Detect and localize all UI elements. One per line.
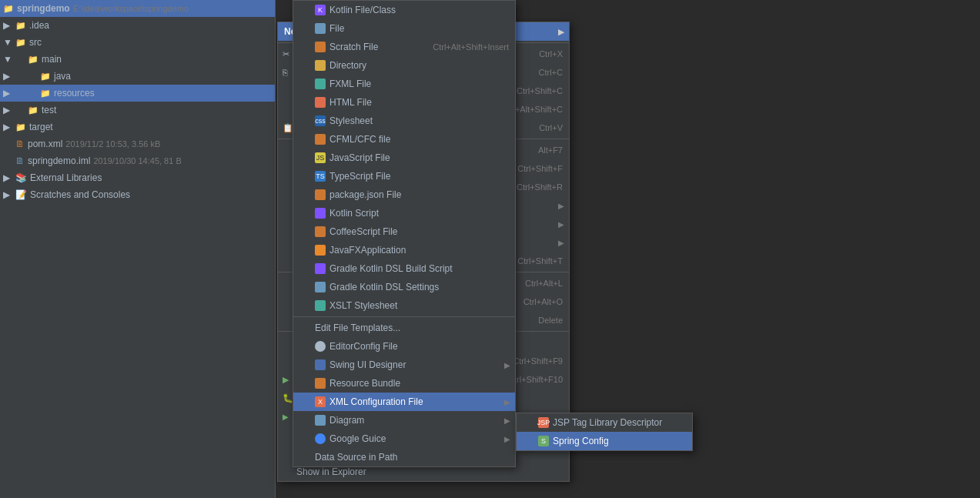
new-fxml[interactable]: FXML File — [293, 75, 515, 93]
shortcut: Delete — [538, 316, 563, 325]
tree-meta: 2019/10/30 14:45, 81 B — [93, 156, 181, 165]
iml-icon: 🗎 — [15, 155, 25, 166]
new-coffeescript[interactable]: CoffeeScript File — [293, 222, 515, 241]
tree-iml[interactable]: 🗎 springdemo.iml 2019/10/30 14:45, 81 B — [0, 152, 275, 169]
new-directory[interactable]: Directory — [293, 56, 515, 75]
new-packagejson[interactable]: package.json File — [293, 185, 515, 204]
coverage-icon: ▶ — [283, 413, 289, 421]
bundle-icon — [315, 378, 326, 389]
new-data-source[interactable]: Data Source in Path — [293, 448, 515, 466]
shortcut: Ctrl+Shift+R — [517, 182, 563, 192]
js-icon: JS — [315, 152, 326, 163]
new-google-guice[interactable]: Google Guice — [293, 429, 515, 448]
shortcut: Ctrl+Shift+F — [517, 164, 563, 173]
shortcut: Ctrl+Shift+C — [517, 86, 563, 95]
new-swing-ui[interactable]: Swing UI Designer — [293, 356, 515, 374]
new-typescript[interactable]: TS TypeScript File — [293, 167, 515, 185]
scratch-icon: 📝 — [15, 189, 27, 200]
run-icon: ▶ — [283, 375, 289, 385]
tree-label: test — [42, 105, 56, 115]
project-root[interactable]: 📁 springdemo E:\idea\workspace\springdem… — [0, 0, 275, 17]
menu-label: CFML/CFC file — [329, 134, 390, 145]
menu-label: CoffeeScript File — [329, 226, 397, 237]
menu-label: TypeScript File — [329, 171, 390, 182]
new-diagram[interactable]: Diagram — [293, 411, 515, 429]
tree-arrow: ▼ — [3, 54, 28, 65]
tree-pom[interactable]: 🗎 pom.xml 2019/11/2 10:53, 3.56 kB — [0, 135, 275, 152]
menu-label: XML Configuration File — [329, 396, 423, 407]
folder-icon: 📁 — [40, 89, 51, 99]
new-scratch-file[interactable]: Scratch File Ctrl+Alt+Shift+Insert — [293, 38, 515, 56]
tree-resources[interactable]: ▶ 📁 resources — [0, 85, 275, 102]
new-xslt[interactable]: XSLT Stylesheet — [293, 296, 515, 315]
new-javafx[interactable]: JavaFXApplication — [293, 241, 515, 259]
tree-label: Scratches and Consoles — [30, 189, 130, 200]
xml-submenu: JSP JSP Tag Library Descriptor S Spring … — [516, 413, 693, 451]
cfml-icon — [315, 134, 326, 145]
menu-label: EditorConfig File — [329, 341, 398, 352]
shortcut: Alt+F7 — [538, 145, 563, 155]
menu-label: Show in Explorer — [296, 466, 366, 477]
menu-separator-new-1 — [293, 316, 515, 317]
folder-icon: 📁 — [15, 38, 26, 48]
tree-label: target — [29, 122, 53, 132]
menu-label: JSP Tag Library Descriptor — [553, 417, 662, 428]
tree-src[interactable]: ▼ 📁 src — [0, 34, 275, 51]
new-gradle-settings[interactable]: Gradle Kotlin DSL Settings — [293, 278, 515, 296]
project-panel: 📁 springdemo E:\idea\workspace\springdem… — [0, 0, 276, 498]
menu-label: File — [329, 23, 344, 34]
new-javascript[interactable]: JS JavaScript File — [293, 149, 515, 167]
shortcut: Ctrl+Shift+F9 — [513, 356, 563, 366]
tree-label: src — [29, 37, 42, 48]
tree-idea[interactable]: ▶ 📁 .idea — [0, 17, 275, 34]
new-gradle-build[interactable]: Gradle Kotlin DSL Build Script — [293, 259, 515, 278]
kts-icon — [315, 208, 326, 219]
xml-jsp-tag[interactable]: JSP JSP Tag Library Descriptor — [517, 413, 692, 432]
project-name: springdemo — [17, 3, 70, 14]
tree-label: External Libraries — [30, 172, 102, 183]
new-cfml[interactable]: CFML/CFC file — [293, 130, 515, 149]
menu-label: Resource Bundle — [329, 378, 400, 389]
menu-label: Swing UI Designer — [329, 359, 406, 370]
tree-label: .idea — [29, 20, 49, 31]
project-folder-icon: 📁 — [3, 4, 14, 14]
ts-icon: TS — [315, 171, 326, 182]
shortcut: Ctrl+X — [539, 49, 563, 58]
tree-main[interactable]: ▼ 📁 main — [0, 51, 275, 68]
new-kotlin-file[interactable]: K Kotlin File/Class — [293, 1, 515, 19]
new-stylesheet[interactable]: css Stylesheet — [293, 112, 515, 130]
tree-arrow: ▶ — [3, 189, 15, 200]
new-editorconfig[interactable]: EditorConfig File — [293, 337, 515, 356]
folder-icon: 📁 — [15, 21, 26, 31]
folder-icon: 📁 — [28, 55, 38, 65]
google-icon — [315, 433, 326, 444]
tree-target[interactable]: ▶ 📁 target — [0, 119, 275, 135]
tree-arrow: ▶ — [3, 122, 15, 132]
tree-test[interactable]: ▶ 📁 test — [0, 102, 275, 119]
pom-icon: 🗎 — [15, 139, 25, 149]
new-html[interactable]: HTML File — [293, 93, 515, 112]
new-kotlin-script[interactable]: Kotlin Script — [293, 204, 515, 222]
shortcut: Ctrl+V — [539, 123, 563, 132]
menu-label: Spring Config — [553, 436, 609, 446]
tree-scratches[interactable]: ▶ 📝 Scratches and Consoles — [0, 186, 275, 203]
new-resource-bundle[interactable]: Resource Bundle — [293, 374, 515, 393]
tree-java[interactable]: ▶ 📁 java — [0, 68, 275, 85]
shortcut: Ctrl+Shift+T — [517, 256, 563, 266]
xml-icon: X — [315, 396, 326, 407]
new-xml-config[interactable]: X XML Configuration File — [293, 393, 515, 411]
shortcut: Ctrl+C — [539, 68, 563, 77]
menu-label: Directory — [329, 60, 366, 71]
tree-meta: 2019/11/2 10:53, 3.56 kB — [65, 139, 160, 149]
tree-ext-libs[interactable]: ▶ 📚 External Libraries — [0, 169, 275, 186]
xml-spring-config[interactable]: S Spring Config — [517, 432, 692, 450]
new-edit-templates[interactable]: Edit File Templates... — [293, 319, 515, 337]
tree-arrow: ▼ — [3, 37, 15, 48]
paste-icon: 📋 — [283, 123, 293, 133]
xslt-icon — [315, 300, 326, 311]
spring-icon: S — [538, 436, 549, 446]
new-file[interactable]: File — [293, 19, 515, 38]
menu-label: Diagram — [329, 415, 364, 426]
file-icon — [315, 23, 326, 34]
shortcut: Ctrl+Shift+F10 — [508, 375, 563, 384]
